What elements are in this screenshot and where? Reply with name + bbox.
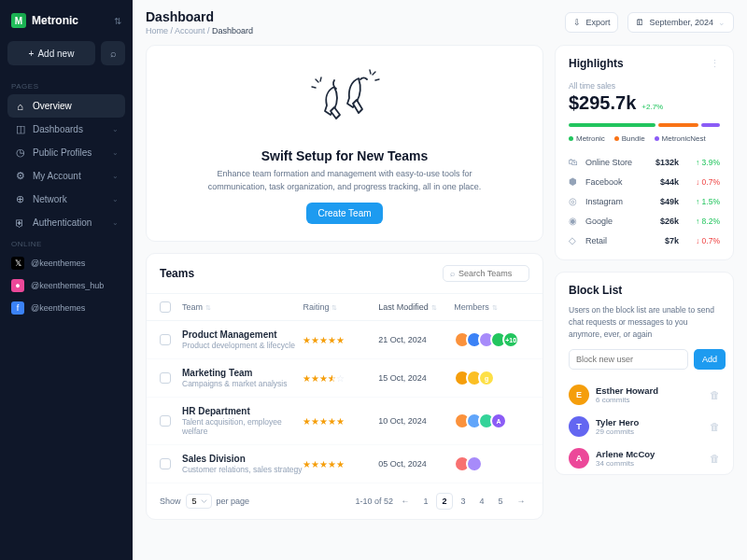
team-desc: Campaigns & market analysis [182, 379, 303, 388]
calendar-icon: 🗓 [636, 18, 644, 27]
sort-icon: ⇅ [492, 304, 498, 311]
legend-dot-icon [569, 136, 573, 141]
nav-icon: ◷ [14, 147, 26, 159]
export-button[interactable]: ⇩Export [565, 12, 618, 33]
breadcrumb: Home / Account / Dashboard [146, 26, 556, 35]
add-new-label: Add new [37, 49, 74, 59]
date-label: September, 2024 [649, 18, 713, 27]
avatar [466, 455, 483, 472]
crumb-home[interactable]: Home [146, 26, 168, 35]
teams-search[interactable]: ⌕ [443, 265, 529, 282]
nav-icon: ⊕ [14, 193, 26, 205]
create-team-button[interactable]: Create Team [306, 203, 382, 224]
team-name[interactable]: Sales Division [182, 454, 303, 464]
nav-public-profiles[interactable]: ◷Public Profiles⌄ [7, 141, 125, 164]
channel-row: 🛍Online Store$132k↑ 3.9% [569, 152, 720, 172]
rating-stars: ★★★☆★☆ [303, 373, 378, 384]
legend-item: MetronicNest [655, 134, 706, 143]
page-4[interactable]: 4 [473, 493, 490, 510]
col-team[interactable]: Team⇅ [182, 302, 303, 312]
sidebar-section-online: ONLINE [7, 234, 125, 252]
hero-card: Swift Setup for New Teams Enhance team f… [146, 45, 543, 242]
search-icon: ⌕ [450, 269, 455, 278]
page-next[interactable]: → [513, 493, 529, 510]
channel-row: ◇Retail$7k↓ 0.7% [569, 231, 720, 250]
sidebar-section-pages: PAGES [7, 77, 125, 94]
more-icon[interactable]: ⋮ [710, 58, 720, 70]
brand-logo-icon: M [11, 13, 26, 28]
legend-dot-icon [614, 136, 619, 141]
team-desc: Customer relations, sales strategy [182, 465, 303, 474]
brand[interactable]: M Metronic ⇅ [7, 9, 125, 32]
channel-row: ◎Instagram$49k↑ 1.5% [569, 191, 720, 211]
row-checkbox[interactable] [160, 372, 171, 384]
rating-stars: ★★★★★ [303, 335, 378, 345]
social-icon: f [11, 301, 24, 315]
member-avatars: +10 [454, 331, 529, 348]
team-name[interactable]: Marketing Team [182, 368, 303, 378]
channel-row: ⬢Facebook$44k↓ 0.7% [569, 172, 720, 191]
chevron-down-icon: ⌄ [718, 18, 726, 27]
nav-overview[interactable]: ⌂Overview [7, 94, 125, 118]
trash-icon[interactable]: 🗑 [710, 389, 720, 400]
teams-card: Teams ⌕ Team⇅ Raiting⇅ Last Modified⇅ Me… [146, 253, 543, 520]
per-page-select[interactable]: 5 [186, 494, 212, 509]
date-picker-button[interactable]: 🗓September, 2024⌄ [627, 12, 734, 33]
nav-authentication[interactable]: ⛨Authentication⌄ [7, 211, 125, 234]
teams-search-input[interactable] [458, 269, 522, 278]
page-prev[interactable]: ← [397, 493, 414, 510]
trash-icon[interactable]: 🗑 [710, 453, 720, 464]
avatar: E [569, 385, 589, 405]
sidebar: M Metronic ⇅ +Add new ⌕ PAGES ⌂Overview◫… [0, 0, 133, 560]
main: Dashboard Home / Account / Dashboard ⇩Ex… [133, 0, 747, 560]
col-modified[interactable]: Last Modified⇅ [378, 302, 454, 312]
legend-item: Metronic [569, 134, 605, 143]
social-icon: ● [11, 279, 24, 292]
highlights-card: Highlights ⋮ All time sales $295.7k+2.7%… [555, 45, 734, 260]
online-item[interactable]: 𝕏@keenthemes [7, 252, 125, 274]
channel-pct: ↑ 8.2% [684, 217, 720, 226]
block-user-input[interactable] [569, 349, 688, 370]
table-row: HR DepartmentTalent acquisition, employe… [147, 398, 543, 445]
online-item[interactable]: ●@keenthemes_hub [7, 274, 125, 297]
channel-icon: ⬢ [569, 176, 580, 187]
brand-name: Metronic [32, 14, 108, 27]
select-all-checkbox[interactable] [160, 301, 171, 313]
team-name[interactable]: Product Management [182, 329, 303, 340]
modified-date: 15 Oct, 2024 [378, 373, 454, 383]
col-rating[interactable]: Raiting⇅ [303, 302, 378, 312]
team-name[interactable]: HR Department [182, 406, 303, 416]
online-item[interactable]: f@keenthemes [7, 297, 125, 319]
sidebar-search-button[interactable]: ⌕ [101, 41, 125, 65]
page-5[interactable]: 5 [492, 493, 509, 510]
row-checkbox[interactable] [160, 458, 171, 469]
col-members[interactable]: Members⇅ [454, 302, 529, 312]
bar-segment [569, 123, 655, 127]
page-title: Dashboard [146, 9, 556, 24]
bar-segment [658, 123, 698, 127]
page-3[interactable]: 3 [455, 493, 472, 510]
channel-pct: ↑ 1.5% [684, 197, 720, 206]
page-2[interactable]: 2 [436, 493, 453, 510]
avatar: A [569, 448, 589, 469]
show-label: Show [160, 497, 181, 506]
channel-name: Retail [585, 236, 641, 245]
bar-segment [701, 123, 720, 127]
page-1[interactable]: 1 [417, 493, 434, 510]
trash-icon[interactable]: 🗑 [710, 421, 720, 432]
channel-value: $132k [647, 158, 679, 167]
nav-network[interactable]: ⊕Network⌄ [7, 188, 125, 211]
modified-date: 21 Oct, 2024 [378, 335, 454, 344]
nav-label: Authentication [33, 217, 92, 228]
add-new-button[interactable]: +Add new [7, 41, 95, 65]
sort-icon: ⇅ [205, 304, 211, 311]
highlights-title: Highlights [569, 57, 624, 70]
nav-dashboards[interactable]: ◫Dashboards⌄ [7, 118, 125, 141]
block-add-button[interactable]: Add [694, 349, 726, 370]
crumb-account[interactable]: Account [175, 26, 205, 35]
nav-my-account[interactable]: ⚙My Account⌄ [7, 164, 125, 188]
row-checkbox[interactable] [160, 334, 171, 345]
social-icon: 𝕏 [11, 257, 24, 270]
row-checkbox[interactable] [160, 415, 171, 427]
topbar: Dashboard Home / Account / Dashboard ⇩Ex… [133, 0, 747, 45]
